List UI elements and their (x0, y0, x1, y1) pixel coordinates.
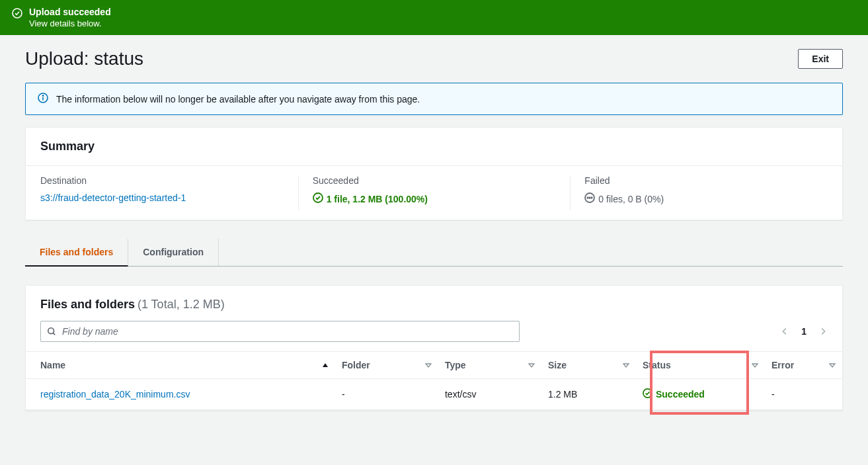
cell-folder: - (335, 379, 438, 410)
column-header-status[interactable]: Status (636, 352, 765, 379)
files-panel: Files and folders (1 Total, 1.2 MB) 1 (25, 285, 843, 411)
succeeded-value: 1 file, 1.2 MB (100.00%) (327, 194, 428, 204)
info-alert: The information below will no longer be … (25, 83, 843, 115)
check-circle-icon (313, 192, 323, 205)
success-banner: Upload succeeded View details below. (0, 0, 868, 35)
summary-title: Summary (40, 140, 828, 153)
cell-size: 1.2 MB (541, 379, 636, 410)
svg-point-6 (588, 197, 589, 198)
search-icon (47, 327, 56, 336)
files-card-subtitle: (1 Total, 1.2 MB) (138, 298, 225, 311)
page-number: 1 (801, 326, 807, 337)
files-card-title: Files and folders (40, 298, 135, 311)
file-name-link[interactable]: registration_data_20K_minimum.csv (40, 389, 190, 400)
svg-point-7 (590, 197, 591, 198)
failed-value: 0 files, 0 B (0%) (598, 194, 664, 204)
prev-page-button[interactable] (780, 327, 789, 336)
sort-icon (829, 360, 836, 370)
banner-subtitle: View details below. (29, 19, 111, 28)
column-header-error[interactable]: Error (765, 352, 842, 379)
column-header-name[interactable]: Name (26, 352, 335, 379)
tab-files-folders[interactable]: Files and folders (25, 239, 128, 267)
sort-icon (752, 360, 758, 370)
summary-panel: Summary Destination s3://fraud-detector-… (25, 127, 843, 220)
sort-icon (528, 360, 535, 370)
tabs: Files and folders Configuration (25, 239, 843, 267)
pagination: 1 (780, 326, 828, 337)
svg-line-10 (54, 333, 56, 335)
cell-error: - (765, 379, 842, 410)
column-header-type[interactable]: Type (438, 352, 541, 379)
failed-label: Failed (584, 175, 828, 186)
column-header-folder[interactable]: Folder (335, 352, 438, 379)
next-page-button[interactable] (818, 327, 828, 336)
status-badge: Succeeded (643, 388, 758, 400)
banner-title: Upload succeeded (29, 7, 111, 17)
cell-type: text/csv (438, 379, 541, 410)
tab-configuration[interactable]: Configuration (128, 239, 219, 266)
info-text: The information below will no longer be … (56, 94, 420, 105)
check-circle-icon (12, 8, 22, 21)
exit-button[interactable]: Exit (798, 49, 843, 69)
svg-point-8 (592, 197, 593, 198)
sort-icon (623, 360, 629, 370)
svg-point-3 (42, 95, 43, 96)
info-icon (38, 93, 48, 105)
table-row: registration_data_20K_minimum.csv - text… (26, 379, 842, 410)
check-circle-icon (643, 388, 652, 400)
page-title: Upload: status (25, 48, 143, 69)
minus-circle-icon (584, 192, 595, 205)
destination-link[interactable]: s3://fraud-detector-getting-started-1 (40, 192, 186, 203)
svg-point-9 (48, 328, 54, 334)
destination-label: Destination (40, 175, 284, 186)
files-table: Name Folder Type (26, 351, 842, 410)
search-input[interactable] (40, 321, 520, 342)
succeeded-label: Succeeded (313, 175, 556, 186)
sort-asc-icon (322, 360, 329, 370)
sort-icon (425, 360, 432, 370)
column-header-size[interactable]: Size (541, 352, 636, 379)
